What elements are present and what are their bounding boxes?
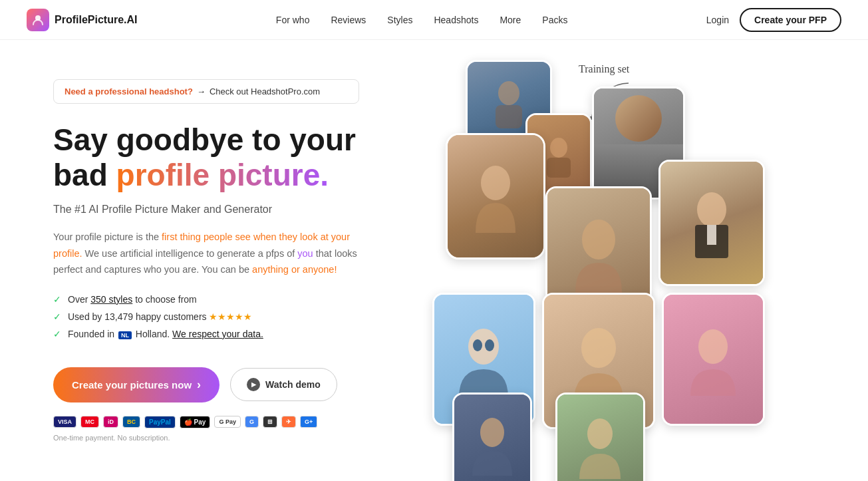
feature-founded: ✓ Founded in NL Holland. We respect your… <box>53 329 359 339</box>
feature-customers-text: Used by 13,479 happy customers ★★★★★ <box>68 311 252 322</box>
styles-link[interactable]: 350 styles <box>90 294 132 305</box>
watch-label: Watch demo <box>265 379 321 390</box>
cta-row: Create your pictures now › ▶ Watch demo <box>53 367 359 402</box>
nav-packs[interactable]: Packs <box>542 15 567 25</box>
hero-description: Your profile picture is the first thing … <box>53 229 359 278</box>
promo-arrow: → <box>197 86 206 96</box>
svg-point-14 <box>581 328 616 368</box>
check-icon-2: ✓ <box>53 311 61 322</box>
login-button[interactable]: Login <box>706 15 729 25</box>
create-pictures-button[interactable]: Create your pictures now › <box>53 367 219 402</box>
nav-more[interactable]: More <box>500 15 521 25</box>
nav-for-who[interactable]: For who <box>276 15 310 25</box>
svg-point-6 <box>481 166 510 200</box>
logo[interactable]: ProfilePicture.AI <box>27 9 137 31</box>
paypal-icon: PayPal <box>144 416 176 428</box>
photo-collage: Training set <box>412 53 855 468</box>
feature-founded-text: Founded in NL Holland. We respect your d… <box>68 329 263 339</box>
create-pfp-button[interactable]: Create your PFP <box>740 8 841 32</box>
cta-arrow: › <box>197 378 201 392</box>
ai-photo-7 <box>662 293 765 426</box>
promo-highlight: Need a professional headshot? <box>65 86 193 96</box>
svg-point-15 <box>698 329 728 364</box>
training-label: Training set <box>579 63 629 75</box>
svg-point-11 <box>468 329 499 365</box>
extra-icon-1: ⊞ <box>263 416 277 428</box>
respect-data-link[interactable]: We respect your data. <box>172 329 263 339</box>
navbar: ProfilePicture.AI For who Reviews Styles… <box>0 0 868 40</box>
nl-badge: NL <box>118 331 132 339</box>
ai-photo-9 <box>555 393 645 481</box>
main-content: Need a professional headshot? → Check ou… <box>0 40 868 481</box>
desc-colored-2: you <box>297 248 313 259</box>
check-icon-3: ✓ <box>53 329 61 339</box>
g-icon: G <box>245 416 259 428</box>
mastercard-icon: MC <box>80 416 99 428</box>
applepay-icon: 🍎 Pay <box>180 416 211 428</box>
svg-point-13 <box>485 339 494 351</box>
one-time-text: One-time payment. No subscription. <box>53 434 359 442</box>
desc-text-1: Your profile picture is the <box>53 232 162 242</box>
nav-styles[interactable]: Styles <box>387 15 412 25</box>
svg-point-7 <box>582 220 615 259</box>
play-icon: ▶ <box>247 378 260 391</box>
features-list: ✓ Over 350 styles to choose from ✓ Used … <box>53 294 359 346</box>
hero-right: Training set <box>399 40 868 481</box>
svg-rect-3 <box>496 105 522 128</box>
svg-point-8 <box>697 192 726 227</box>
googlepay-icon: G Pay <box>214 416 241 428</box>
headline-line1: Say goodbye to your <box>53 122 356 157</box>
desc-text-2: We use artificial intelligence to genera… <box>82 248 298 259</box>
promo-link: Check out HeadshotPro.com <box>210 86 320 96</box>
headline-gradient: profile picture. <box>116 158 329 192</box>
gp-badge: G+ <box>300 416 317 428</box>
ai-photo-4 <box>658 160 765 286</box>
feature-customers: ✓ Used by 13,479 happy customers ★★★★★ <box>53 311 359 322</box>
nav-links: For who Reviews Styles Headshots More Pa… <box>276 15 568 25</box>
payment-icons: VISA MC iD BC PayPal 🍎 Pay G Pay G ⊞ ✈ G… <box>53 416 359 428</box>
svg-rect-10 <box>707 225 716 245</box>
svg-point-4 <box>550 138 567 158</box>
bancontact-icon: BC <box>122 416 140 428</box>
check-icon-1: ✓ <box>53 294 61 305</box>
hero-left: Need a professional headshot? → Check ou… <box>0 40 399 481</box>
ai-photo-2 <box>446 133 545 259</box>
ai-photo-8 <box>452 393 532 481</box>
extra-icon-2: ✈ <box>281 416 296 428</box>
nav-headshots[interactable]: Headshots <box>434 15 478 25</box>
svg-point-12 <box>473 339 482 351</box>
stars: ★★★★★ <box>209 311 252 322</box>
nav-right: Login Create your PFP <box>706 8 841 32</box>
promo-banner[interactable]: Need a professional headshot? → Check ou… <box>53 79 359 104</box>
hero-subtitle: The #1 AI Profile Picture Maker and Gene… <box>53 204 359 216</box>
desc-colored-3: anything or anyone! <box>252 264 337 275</box>
logo-text: ProfilePicture.AI <box>55 14 137 26</box>
svg-point-16 <box>480 418 504 447</box>
svg-point-2 <box>498 81 519 105</box>
feature-styles: ✓ Over 350 styles to choose from <box>53 294 359 305</box>
svg-rect-5 <box>547 158 571 178</box>
hero-headline: Say goodbye to your bad profile picture. <box>53 122 359 193</box>
headline-bad: bad <box>53 158 116 192</box>
watch-demo-button[interactable]: ▶ Watch demo <box>230 368 337 401</box>
cta-label: Create your pictures now <box>72 379 192 391</box>
feature-styles-text: Over 350 styles to choose from <box>68 294 197 305</box>
logo-icon <box>27 9 49 31</box>
svg-point-17 <box>587 418 613 449</box>
nav-reviews[interactable]: Reviews <box>331 15 366 25</box>
ideal-icon: iD <box>103 416 118 428</box>
visa-icon: VISA <box>53 416 76 428</box>
